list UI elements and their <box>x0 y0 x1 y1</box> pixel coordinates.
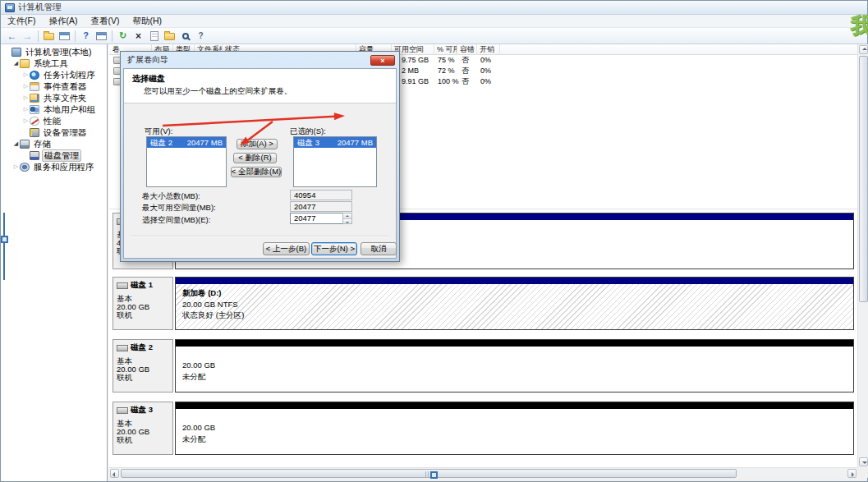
menu-file[interactable]: 文件(F) <box>1 15 42 27</box>
select-space-input[interactable]: 20477 <box>290 213 352 224</box>
disk1-label[interactable]: 磁盘 1 基本 20.00 GB 联机 <box>113 277 173 330</box>
refresh-button[interactable]: ↻ <box>115 29 131 43</box>
cell-overhead: 0% <box>480 55 491 66</box>
toolbar-separator <box>112 30 113 42</box>
scroll-up-button[interactable] <box>859 45 868 54</box>
scroll-left-icon <box>113 472 115 477</box>
disk-management-icon <box>30 151 39 160</box>
show-console-tree-button[interactable] <box>41 29 57 43</box>
cancel-button[interactable]: 取消 <box>361 242 397 255</box>
tree-item-local-users-groups[interactable]: ▷ 本地用户和组 <box>1 103 107 115</box>
computer-management-window: 计算机管理 文件(F) 操作(A) 查看(V) 帮助(H) ← → ? ↻ × … <box>0 0 868 482</box>
collapsed-icon[interactable]: ▷ <box>22 71 30 78</box>
tree-item-performance[interactable]: ▷ 性能 <box>1 115 107 126</box>
tree-item-device-manager[interactable]: 设备管理器 <box>1 126 107 138</box>
dialog-titlebar[interactable]: 扩展卷向导 <box>121 52 399 68</box>
back-button[interactable]: ← <box>4 29 20 43</box>
search-icon <box>182 33 189 39</box>
system-tools-icon <box>20 59 30 68</box>
disk3-unallocated[interactable]: 20.00 GB 未分配 <box>175 402 854 455</box>
menu-help[interactable]: 帮助(H) <box>126 15 168 27</box>
menu-action[interactable]: 操作(A) <box>42 15 84 27</box>
scrollbar-corner <box>857 467 868 478</box>
search-button[interactable] <box>177 29 193 43</box>
total-size-label: 卷大小总数(MB): <box>142 191 200 202</box>
collapsed-icon[interactable]: ▷ <box>22 106 30 112</box>
scroll-right-button[interactable] <box>847 469 857 478</box>
properties-button[interactable] <box>146 29 162 43</box>
horizontal-scroll-thumb[interactable] <box>121 469 737 478</box>
tree-item-event-viewer[interactable]: ▷ 事件查看器 <box>1 80 107 92</box>
dialog-close-button[interactable]: × <box>370 55 395 66</box>
tree-item-shared-folders[interactable]: ▷ 共享文件夹 <box>1 92 107 103</box>
scroll-down-button[interactable] <box>859 457 868 466</box>
disk1-partition-d[interactable]: 新加卷 (D:) 20.00 GB NTFS 状态良好 (主分区) <box>175 277 854 330</box>
wizard-subtext: 您可以用至少一个磁盘上的空间来扩展卷。 <box>144 86 292 97</box>
scroll-right-icon <box>852 472 854 477</box>
window-titlebar[interactable]: 计算机管理 <box>1 1 867 15</box>
annotation-selection-line <box>3 213 5 280</box>
disk2-unallocated[interactable]: 20.00 GB 未分配 <box>175 339 854 392</box>
next-step-button[interactable]: 下一步(N) > <box>311 242 357 255</box>
cell-free-space: 9.75 GB <box>402 55 429 66</box>
annotation-handle-bottom[interactable] <box>430 471 438 479</box>
disk2-label[interactable]: 磁盘 2 基本 20.00 GB 联机 <box>113 339 173 392</box>
disk3-label[interactable]: 磁盘 3 基本 20.00 GB 联机 <box>113 402 173 455</box>
available-disk-item[interactable]: 磁盘 2 20477 MB <box>147 137 226 148</box>
add-button[interactable]: 添加(A) > <box>237 139 278 149</box>
forward-button[interactable]: → <box>20 29 35 43</box>
cell-overhead: 0% <box>480 76 491 87</box>
back-icon: ← <box>7 31 17 41</box>
collapsed-icon[interactable]: ▷ <box>12 163 20 170</box>
remove-all-button[interactable]: < 全部删除(M) <box>231 167 282 177</box>
open-folder-button[interactable] <box>162 29 177 43</box>
scroll-down-icon <box>862 461 867 464</box>
select-space-label: 选择空间量(MB)(E): <box>142 215 210 226</box>
tree-item-disk-management[interactable]: 磁盘管理 <box>1 149 107 161</box>
back-step-button[interactable]: < 上一步(B) <box>263 242 310 255</box>
collapsed-icon[interactable]: ▷ <box>22 94 30 101</box>
expanded-icon[interactable]: ◢ <box>12 140 20 147</box>
column-header-percent-free[interactable]: % 可用 <box>434 44 457 55</box>
remove-button[interactable]: < 删除(R) <box>233 153 277 163</box>
forward-icon: → <box>23 31 33 41</box>
available-disks-listbox[interactable]: 磁盘 2 20477 MB <box>146 136 227 187</box>
open-folder-icon <box>164 33 175 40</box>
vertical-scroll-thumb[interactable] <box>859 56 868 302</box>
local-users-groups-icon <box>30 105 39 114</box>
menu-view[interactable]: 查看(V) <box>84 15 126 27</box>
event-viewer-icon <box>30 82 39 91</box>
cell-free-space: 2 MB <box>402 66 419 76</box>
delete-button[interactable]: × <box>131 29 146 43</box>
column-header-overhead[interactable]: 开销 <box>477 44 500 55</box>
spin-down-button[interactable] <box>343 218 351 224</box>
help-button[interactable]: ? <box>78 29 94 43</box>
context-help-button[interactable]: ? <box>193 29 209 43</box>
tree-item-computer-management[interactable]: 计算机管理(本地) <box>1 46 107 57</box>
window-title: 计算机管理 <box>18 2 62 13</box>
tree-item-services-applications[interactable]: ▷ 服务和应用程序 <box>1 161 107 172</box>
watermark-text: 我 <box>851 11 868 40</box>
collapsed-icon[interactable]: ▷ <box>22 83 30 90</box>
spinner <box>342 213 352 224</box>
console-window-button[interactable] <box>57 29 72 43</box>
wizard-heading: 选择磁盘 <box>132 73 165 85</box>
new-window-button[interactable] <box>94 29 109 43</box>
disk-icon <box>117 345 128 351</box>
tree-item-system-tools[interactable]: ◢ 系统工具 <box>1 57 107 69</box>
expanded-icon[interactable]: ◢ <box>12 60 20 67</box>
scroll-up-icon <box>862 48 867 50</box>
column-header-fault-tolerance[interactable]: 容错 <box>457 44 477 55</box>
annotation-handle-left[interactable] <box>1 236 8 243</box>
tree-item-storage[interactable]: ◢ 存储 <box>1 138 107 149</box>
collapsed-icon[interactable]: ▷ <box>22 117 30 124</box>
selected-disk-item[interactable]: 磁盘 3 20477 MB <box>294 137 376 148</box>
vertical-scrollbar[interactable] <box>857 44 868 467</box>
scroll-left-button[interactable] <box>110 469 119 478</box>
selected-disks-listbox[interactable]: 磁盘 3 20477 MB <box>293 136 377 187</box>
cell-percent-free: 72 % <box>438 66 455 76</box>
help-icon: ? <box>83 31 89 40</box>
horizontal-scrollbar[interactable] <box>109 467 857 478</box>
tree-item-task-scheduler[interactable]: ▷ 任务计划程序 <box>1 69 107 80</box>
toolbar-separator <box>75 30 76 42</box>
